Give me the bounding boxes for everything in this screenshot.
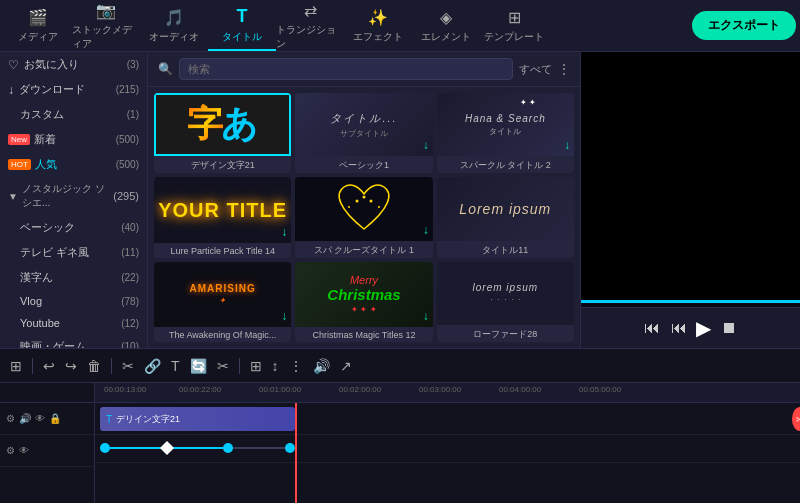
thumb-preview-8: Merry Christmas ✦ ✦ ✦ ↓ xyxy=(295,262,432,328)
timeline-right: 00:00:13:00 00:00:22:00 00:01:00:00 00:0… xyxy=(95,383,800,503)
thumb-label-8: Christmas Magic Titles 12 xyxy=(295,327,432,342)
nav-transition-label: トランジション xyxy=(276,23,344,51)
timeline-area: ⊞ ↩ ↪ 🗑 ✂ 🔗 T 🔄 ✂ ⊞ ↕ ⋮ 🔊 ↗ ⚙ 🔊 👁 🔒 ⚙ xyxy=(0,348,800,503)
keyframe-dot-1[interactable] xyxy=(100,443,110,453)
title-clip-label: デリイン文字21 xyxy=(116,413,180,426)
thumbnail-item-2[interactable]: タイトル... サブタイトル ↓ ベーシック1 xyxy=(295,93,432,173)
sidebar-item-favorites[interactable]: ♡ お気に入り (3) xyxy=(0,52,147,77)
nav-audio[interactable]: 🎵 オーディオ xyxy=(140,1,208,51)
sidebar-item-kanji[interactable]: 漢字ん (22) xyxy=(0,265,147,290)
track-eye-button[interactable]: 👁 xyxy=(35,413,45,424)
adjust-button[interactable]: ⊞ xyxy=(248,356,264,376)
nav-transition[interactable]: ⇄ トランジション xyxy=(276,1,344,51)
playhead[interactable] xyxy=(295,403,297,503)
volume-button[interactable]: 🔊 xyxy=(311,356,332,376)
thumbnail-grid: 字 あ デザイン文字21 タイトル... サブタイトル ↓ ベーシック1 xyxy=(148,87,580,348)
rotate-button[interactable]: 🔄 xyxy=(188,356,209,376)
export-small-button[interactable]: ↗ xyxy=(338,356,354,376)
thumbnail-item-1[interactable]: 字 あ デザイン文字21 xyxy=(154,93,291,173)
preview-screen xyxy=(581,52,800,300)
thumbnail-item-4[interactable]: YOUR TITLE ↓ Lure Particle Pack Title 14 xyxy=(154,177,291,257)
link-button[interactable]: 🔗 xyxy=(142,356,163,376)
play-button[interactable]: ▶ xyxy=(696,316,711,340)
ruler-tick-2: 00:00:22:00 xyxy=(179,385,221,394)
ruler-spacer xyxy=(0,383,94,403)
search-input[interactable] xyxy=(179,58,513,80)
thumbnail-item-5[interactable]: ↓ スパ クルーズタイトル 1 xyxy=(295,177,432,257)
svg-point-3 xyxy=(348,206,350,208)
split-button[interactable]: ✂ xyxy=(215,356,231,376)
keyframe-dot-2[interactable] xyxy=(223,443,233,453)
download-arrow-icon-8: ↓ xyxy=(423,309,429,323)
thumbnail-item-8[interactable]: Merry Christmas ✦ ✦ ✦ ↓ Christmas Magic … xyxy=(295,262,432,342)
export-button[interactable]: エクスポート xyxy=(692,11,796,40)
track-settings-button[interactable]: ⚙ xyxy=(6,413,15,424)
nav-element[interactable]: ◈ エレメント xyxy=(412,1,480,51)
thumbnail-item-6[interactable]: Lorem ipsum タイトル11 xyxy=(437,177,574,257)
rewind-button[interactable]: ⏮ xyxy=(644,319,660,337)
nav-stock-label: ストックメディア xyxy=(72,23,140,51)
toolbar-separator-3 xyxy=(239,358,240,374)
filter-label: すべて xyxy=(519,62,552,77)
undo-button[interactable]: ↩ xyxy=(41,356,57,376)
christmas-content: Merry Christmas ✦ ✦ ✦ xyxy=(327,274,400,314)
basic-badge: (40) xyxy=(121,222,139,233)
track-kf-settings-button[interactable]: ⚙ xyxy=(6,445,15,456)
nav-template[interactable]: ⊞ テンプレート xyxy=(480,1,548,51)
title-clip-icon: T xyxy=(106,414,112,425)
track-label-title: ⚙ 🔊 👁 🔒 xyxy=(0,403,94,435)
youtube-label: Youtube xyxy=(20,317,60,329)
nav-element-label: エレメント xyxy=(421,30,471,44)
popular-label: 人気 xyxy=(35,157,57,172)
your-title-text: YOUR TITLE xyxy=(158,199,287,222)
keyframe-dot-3[interactable] xyxy=(285,443,295,453)
sidebar-item-new[interactable]: New 新着 (500) xyxy=(0,127,147,152)
youtube-badge: (12) xyxy=(121,318,139,329)
sidebar-item-youtube[interactable]: Youtube (12) xyxy=(0,312,147,334)
sidebar-item-custom[interactable]: カスタム (1) xyxy=(0,102,147,127)
keyframe-diamond-1[interactable] xyxy=(160,441,174,455)
new-count-badge: (500) xyxy=(116,134,139,145)
stop-button[interactable]: ⏹ xyxy=(721,319,737,337)
title-clip[interactable]: T デリイン文字21 xyxy=(100,407,295,431)
template-icon: ⊞ xyxy=(508,8,521,27)
text-button[interactable]: T xyxy=(169,356,182,376)
thumbnail-item-9[interactable]: lorem ipsum ・・・・・ ローファード28 xyxy=(437,262,574,342)
sidebar-item-game[interactable]: 映画・ゲーム (10) xyxy=(0,334,147,348)
sidebar-item-basic[interactable]: ベーシック (40) xyxy=(0,215,147,240)
sidebar-category-nostalgic[interactable]: ▼ ノスタルジック ソシエ... (295) xyxy=(0,177,147,215)
nav-media[interactable]: 🎬 メディア xyxy=(4,1,72,51)
add-track-button[interactable]: ⊞ xyxy=(8,356,24,376)
nav-title[interactable]: T タイトル xyxy=(208,1,276,51)
sidebar-item-download[interactable]: ↓ ダウンロード (215) xyxy=(0,77,147,102)
nav-stock[interactable]: 📷 ストックメディア xyxy=(72,1,140,51)
timeline-ruler: 00:00:13:00 00:00:22:00 00:01:00:00 00:0… xyxy=(95,383,800,403)
thumbnail-item-7[interactable]: AMARISING ✦ ↓ The Awakening Of Magic... xyxy=(154,262,291,342)
preview-panel: ⏮ ⏭ ▶ ⏹ xyxy=(580,52,800,348)
christmas-text: Christmas xyxy=(327,286,400,303)
thumb-preview-2: タイトル... サブタイトル ↓ xyxy=(295,93,432,156)
track-lock-button[interactable]: 🔒 xyxy=(49,413,61,424)
timeline-body: ⚙ 🔊 👁 🔒 ⚙ 👁 00:00:13:00 00:00:22:00 00:0… xyxy=(0,383,800,503)
sidebar-item-popular[interactable]: HOT 人気 (500) xyxy=(0,152,147,177)
awakening-text: AMARISING xyxy=(190,283,256,294)
track-kf-eye-button[interactable]: 👁 xyxy=(19,445,29,456)
sidebar-item-vlog[interactable]: Vlog (78) xyxy=(0,290,147,312)
nav-audio-label: オーディオ xyxy=(149,30,199,44)
delete-button[interactable]: 🗑 xyxy=(85,356,103,376)
nav-effect[interactable]: ✨ エフェクト xyxy=(344,1,412,51)
nav-title-label: タイトル xyxy=(222,30,262,44)
more-button[interactable]: ⋮ xyxy=(287,356,305,376)
more-options-button[interactable]: ⋮ xyxy=(558,62,570,76)
thumb-preview-7: AMARISING ✦ ↓ xyxy=(154,262,291,328)
redo-button[interactable]: ↪ xyxy=(63,356,79,376)
effect-icon: ✨ xyxy=(368,8,388,27)
step-back-button[interactable]: ⏭ xyxy=(670,319,686,337)
tv-badge: (11) xyxy=(121,247,139,258)
rhythm-button[interactable]: ↕ xyxy=(270,356,281,376)
cut-button[interactable]: ✂ xyxy=(120,356,136,376)
element-icon: ◈ xyxy=(440,8,452,27)
sidebar-item-tv[interactable]: テレビ ギネ風 (11) xyxy=(0,240,147,265)
thumbnail-item-3[interactable]: Hana & Search タイトル ✦ ✦ ↓ スパークル タイトル 2 xyxy=(437,93,574,173)
track-volume-button[interactable]: 🔊 xyxy=(19,413,31,424)
